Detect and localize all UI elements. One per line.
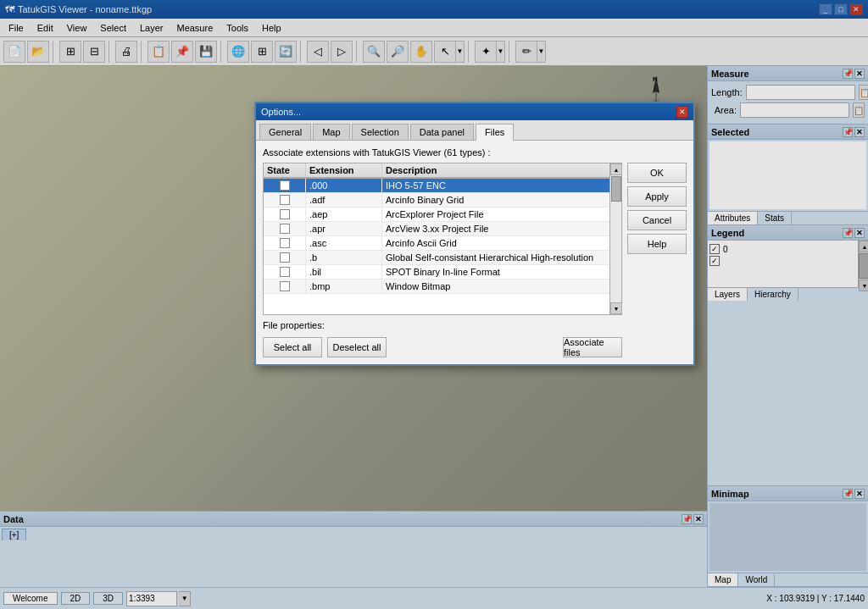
deselect-all-button[interactable]: Deselect all (327, 337, 387, 357)
cell-state (264, 251, 306, 264)
cell-extension: .bmp (306, 280, 382, 293)
select-all-button[interactable]: Select all (263, 337, 322, 357)
dialog-close-button[interactable]: ✕ (676, 106, 688, 118)
cell-description: SPOT Binary In-line Format (382, 265, 609, 279)
modal-overlay: Options... ✕ General Map Selection Data … (0, 0, 868, 609)
file-table: State Extension Description .000 IHO 5-5… (264, 163, 609, 314)
dialog-bottom-buttons: Select all Deselect all Associate files (263, 337, 622, 357)
file-table-container: State Extension Description .000 IHO 5-5… (263, 163, 622, 315)
table-row[interactable]: .bmp Window Bitmap (264, 280, 609, 294)
cancel-button[interactable]: Cancel (627, 210, 687, 230)
table-scroll-thumb[interactable] (611, 176, 621, 202)
cell-extension: .bil (306, 265, 382, 279)
table-row[interactable]: .000 IHO 5-57 ENC (264, 179, 609, 193)
cell-extension: .apr (306, 222, 382, 235)
tab-files[interactable]: Files (476, 124, 514, 141)
row-checkbox[interactable] (280, 238, 290, 248)
table-scroll-track (610, 175, 621, 302)
cell-state (264, 265, 306, 279)
options-dialog: Options... ✕ General Map Selection Data … (254, 102, 695, 366)
row-checkbox[interactable] (280, 195, 290, 205)
tab-selection[interactable]: Selection (352, 124, 409, 140)
file-properties-label: File properties: (263, 320, 325, 330)
table-row[interactable]: .asc Arcinfo Ascii Grid (264, 236, 609, 251)
dialog-content: Associate extensions with TatukGIS Viewe… (256, 141, 693, 364)
tab-map[interactable]: Map (313, 124, 349, 140)
table-body: .000 IHO 5-57 ENC .adf Arcinfo Binary Gr… (264, 179, 609, 311)
tab-general[interactable]: General (259, 124, 311, 140)
dialog-title-text: Options... (261, 107, 301, 117)
cell-description: Global Self-consistant Hierarchical High… (382, 251, 609, 264)
cell-description: IHO 5-57 ENC (382, 179, 609, 192)
cell-extension: .asc (306, 236, 382, 250)
cell-state (264, 193, 306, 207)
cell-extension: .adf (306, 193, 382, 207)
table-row[interactable]: .aep ArcExplorer Project File (264, 208, 609, 222)
file-properties: File properties: (263, 320, 622, 330)
cell-description: ArcView 3.xx Project File (382, 222, 609, 235)
cell-state (264, 236, 306, 250)
row-checkbox[interactable] (280, 180, 290, 191)
table-scroll-down[interactable]: ▼ (610, 302, 622, 314)
cell-state (264, 222, 306, 235)
associate-files-button[interactable]: Associate files (563, 337, 622, 357)
table-row[interactable]: .bil SPOT Binary In-line Format (264, 265, 609, 280)
cell-state (264, 208, 306, 221)
dialog-title-bar: Options... ✕ (256, 103, 693, 120)
table-row[interactable]: .apr ArcView 3.xx Project File (264, 222, 609, 236)
col-header-extension: Extension (306, 163, 382, 177)
row-checkbox[interactable] (280, 209, 290, 219)
cell-extension: .aep (306, 208, 382, 221)
dialog-action-buttons: OK Apply Cancel Help (627, 163, 687, 357)
cell-state (264, 179, 306, 192)
row-checkbox[interactable] (280, 281, 290, 291)
cell-extension: .000 (306, 179, 382, 192)
cell-description: Window Bitmap (382, 280, 609, 293)
cell-state (264, 280, 306, 293)
tab-data-panel[interactable]: Data panel (410, 124, 474, 140)
dialog-tabs: General Map Selection Data panel Files (256, 120, 693, 141)
table-scrollbar[interactable]: ▲ ▼ (609, 163, 621, 314)
help-button[interactable]: Help (627, 234, 687, 254)
cell-extension: .b (306, 251, 382, 264)
cell-description: Arcinfo Ascii Grid (382, 236, 609, 250)
table-scroll-up[interactable]: ▲ (610, 163, 622, 175)
apply-button[interactable]: Apply (627, 186, 687, 207)
cell-description: ArcExplorer Project File (382, 208, 609, 221)
row-checkbox[interactable] (280, 267, 290, 277)
ok-button[interactable]: OK (627, 163, 687, 183)
row-checkbox[interactable] (280, 224, 290, 234)
row-checkbox[interactable] (280, 252, 290, 263)
cell-description: Arcinfo Binary Grid (382, 193, 609, 207)
table-header: State Extension Description (264, 163, 609, 179)
table-row[interactable]: .adf Arcinfo Binary Grid (264, 193, 609, 208)
col-header-state: State (264, 163, 306, 177)
col-header-description: Description (382, 163, 609, 177)
dialog-description: Associate extensions with TatukGIS Viewe… (263, 147, 687, 158)
table-row[interactable]: .b Global Self-consistant Hierarchical H… (264, 251, 609, 265)
